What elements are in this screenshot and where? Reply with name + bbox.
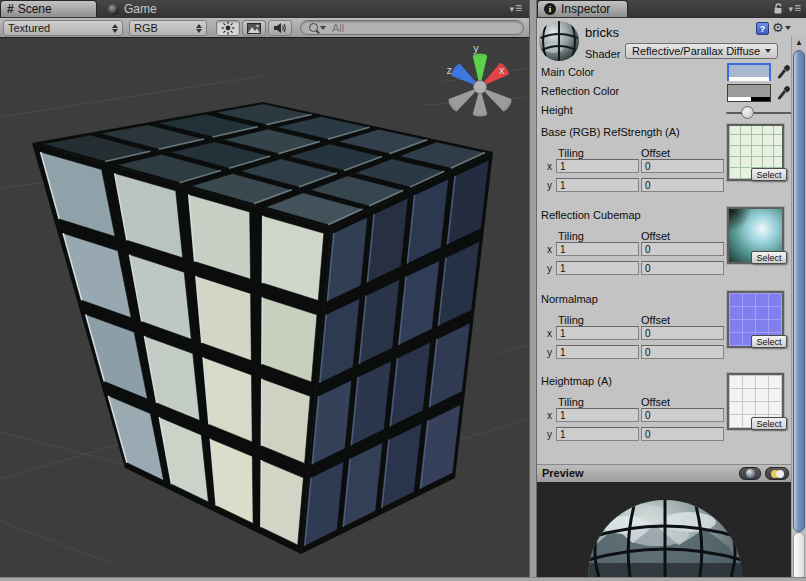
- texture-name: Normalmap: [541, 293, 598, 305]
- shader-value: Reflective/Parallax Diffuse: [632, 45, 760, 57]
- svg-text:y: y: [473, 42, 479, 54]
- slider-thumb[interactable]: [741, 106, 754, 119]
- height-slider[interactable]: [726, 104, 792, 120]
- y-axis-label: y: [547, 263, 552, 274]
- tiling-x-input[interactable]: [556, 242, 639, 256]
- scene-panel-menu-icon[interactable]: ▾≡: [509, 4, 523, 14]
- render-mode-value: Textured: [8, 22, 50, 34]
- effects-toggle-button[interactable]: [242, 20, 266, 36]
- offset-x-input[interactable]: [641, 242, 724, 256]
- scene-search-field[interactable]: [300, 20, 524, 35]
- slider-track: [726, 112, 792, 114]
- tab-inspector[interactable]: i Inspector: [537, 0, 628, 17]
- tiling-y-input[interactable]: [556, 178, 639, 192]
- x-axis-label: x: [547, 161, 552, 172]
- tab-scene[interactable]: # Scene: [0, 0, 97, 17]
- select-button[interactable]: Select: [751, 251, 787, 264]
- offset-label: Offset: [641, 147, 670, 159]
- inspector-body: bricks Shader Reflective/Parallax Diffus…: [537, 18, 806, 577]
- offset-y-input[interactable]: [641, 427, 724, 441]
- svg-text:x: x: [499, 64, 505, 76]
- select-button[interactable]: Select: [751, 417, 787, 430]
- scroll-up-arrow-icon[interactable]: ▲: [792, 37, 806, 49]
- texture-section-cubemap: Reflection Cubemap Select Tiling Offset …: [537, 207, 791, 283]
- offset-label: Offset: [641, 396, 670, 408]
- offset-x-input[interactable]: [641, 326, 724, 340]
- shader-dropdown[interactable]: Reflective/Parallax Diffuse: [625, 43, 778, 59]
- scene-tabbar: # Scene Game ▾≡: [0, 0, 529, 19]
- tab-game-label: Game: [124, 2, 157, 16]
- color-mode-dropdown[interactable]: RGB: [129, 20, 207, 36]
- tiling-y-input[interactable]: [556, 345, 639, 359]
- tiling-y-input[interactable]: [556, 261, 639, 275]
- tiling-x-input[interactable]: [556, 408, 639, 422]
- info-icon: i: [544, 3, 556, 15]
- inspector-tabbar: i Inspector ▾≡: [537, 0, 806, 19]
- main-color-value: [729, 65, 769, 77]
- tiling-label: Tiling: [558, 147, 584, 159]
- scrollbar-track-lower[interactable]: [793, 532, 805, 581]
- tiling-label: Tiling: [558, 230, 584, 242]
- tab-game[interactable]: Game: [100, 0, 186, 18]
- shader-label: Shader: [585, 48, 620, 60]
- reflection-color-swatch[interactable]: [727, 84, 771, 102]
- texture-name: Base (RGB) RefStrength (A): [541, 126, 680, 138]
- eyedropper-icon[interactable]: [776, 84, 790, 100]
- scene-grid-icon: #: [7, 2, 14, 16]
- main-color-swatch[interactable]: [727, 63, 771, 81]
- inspector-panel-menu-icon[interactable]: ▾≡: [788, 4, 802, 14]
- main-color-alpha-bar: [729, 77, 769, 81]
- tiling-x-input[interactable]: [556, 326, 639, 340]
- audio-toggle-button[interactable]: [268, 20, 292, 36]
- chevron-down-icon: [765, 49, 771, 53]
- panel-divider[interactable]: [529, 0, 537, 577]
- render-mode-dropdown[interactable]: Textured: [3, 20, 123, 36]
- lock-icon[interactable]: [773, 3, 784, 15]
- color-mode-value: RGB: [134, 22, 158, 34]
- offset-y-input[interactable]: [641, 345, 724, 359]
- scrollbar-thumb[interactable]: [793, 50, 805, 532]
- material-preview-viewport[interactable]: [537, 483, 791, 577]
- preview-lighting-button[interactable]: [765, 467, 789, 480]
- tiling-label: Tiling: [558, 396, 584, 408]
- main-color-label: Main Color: [541, 66, 594, 78]
- speaker-icon: [273, 22, 287, 34]
- preview-mesh-button[interactable]: [739, 467, 761, 480]
- reflection-color-alpha-bar: [728, 97, 770, 101]
- y-axis-label: y: [547, 347, 552, 358]
- texture-section-base: Base (RGB) RefStrength (A) Select Tiling…: [537, 124, 791, 200]
- offset-y-input[interactable]: [641, 261, 724, 275]
- image-icon: [247, 23, 261, 34]
- material-preview-ball[interactable]: [538, 20, 580, 62]
- select-button[interactable]: Select: [751, 168, 787, 181]
- tiling-label: Tiling: [558, 314, 584, 326]
- offset-x-input[interactable]: [641, 408, 724, 422]
- x-axis-label: x: [547, 244, 552, 255]
- select-button[interactable]: Select: [751, 335, 787, 348]
- reflection-color-value: [728, 85, 770, 97]
- texture-name: Reflection Cubemap: [541, 209, 641, 221]
- scene-toolbar: Textured RGB: [0, 18, 529, 38]
- x-axis-label: x: [547, 328, 552, 339]
- help-icon[interactable]: ?: [756, 22, 769, 35]
- unity-editor-window: # Scene Game ▾≡ Textured RGB: [0, 0, 806, 581]
- preview-label: Preview: [542, 467, 584, 479]
- offset-y-input[interactable]: [641, 178, 724, 192]
- eyedropper-icon[interactable]: [776, 63, 790, 79]
- tiling-x-input[interactable]: [556, 159, 639, 173]
- sun-icon: [221, 21, 235, 35]
- lighting-toggle-button[interactable]: [216, 20, 240, 36]
- offset-label: Offset: [641, 314, 670, 326]
- scene-viewport[interactable]: yxz: [0, 38, 529, 577]
- game-icon: [108, 4, 119, 15]
- inspector-scrollbar[interactable]: ▲ ▼: [791, 36, 806, 581]
- sphere-icon: [746, 469, 755, 478]
- preview-header[interactable]: Preview: [537, 464, 791, 483]
- y-axis-label: y: [547, 180, 552, 191]
- search-input[interactable]: [330, 21, 515, 35]
- window-bottom-edge: [0, 577, 806, 581]
- tiling-y-input[interactable]: [556, 427, 639, 441]
- gear-icon[interactable]: ⚙: [772, 20, 791, 35]
- offset-x-input[interactable]: [641, 159, 724, 173]
- texture-section-normalmap: Normalmap Select Tiling Offset x y: [537, 291, 791, 367]
